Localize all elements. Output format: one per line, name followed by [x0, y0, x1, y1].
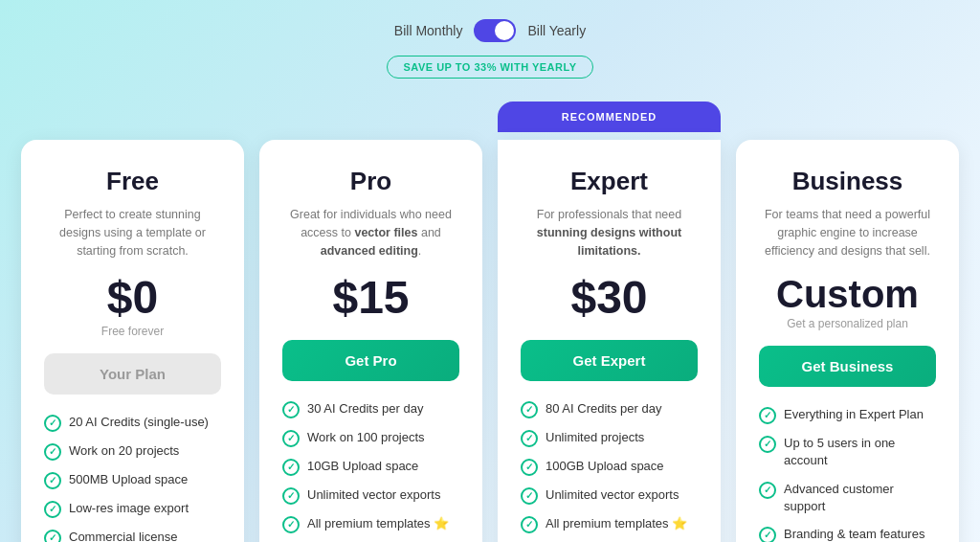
plan-price-note-business: Get a personalized plan: [759, 317, 936, 330]
feature-text: 20 AI Credits (single-use): [69, 414, 209, 431]
check-icon: [759, 436, 776, 453]
plan-button-free: Your Plan: [44, 353, 221, 395]
check-icon: [44, 443, 61, 461]
feature-item: Up to 5 users in one account: [759, 435, 936, 469]
plan-name-expert: Expert: [521, 167, 698, 196]
feature-item: All premium templates ⭐: [282, 515, 459, 533]
features-list-pro: 30 AI Credits per dayWork on 100 project…: [282, 400, 459, 542]
billing-toggle-switch[interactable]: [474, 19, 516, 42]
check-icon: [282, 459, 300, 476]
plan-desc-expert: For professionals that need stunning des…: [521, 206, 698, 260]
check-icon: [521, 487, 538, 505]
feature-text: Up to 5 users in one account: [784, 435, 936, 469]
check-icon: [759, 527, 776, 542]
feature-text: Branding & team features: [784, 526, 924, 542]
feature-item: Branding & team features: [759, 526, 936, 542]
feature-text: Unlimited projects: [546, 429, 644, 446]
feature-text: Work on 100 projects: [307, 429, 425, 446]
feature-item: 500MB Upload space: [44, 471, 221, 489]
feature-text: 500MB Upload space: [69, 471, 188, 488]
plan-button-business[interactable]: Get Business: [759, 346, 936, 387]
feature-text: Advanced customer support: [784, 481, 936, 515]
feature-text: Unlimited vector exports: [546, 486, 679, 504]
plan-card-free: FreePerfect to create stunning designs u…: [21, 140, 244, 542]
plan-price-note-free: Free forever: [44, 325, 221, 338]
check-icon: [44, 501, 61, 518]
feature-item: Low-res image export: [44, 500, 221, 518]
check-icon: [282, 487, 300, 505]
feature-text: All premium templates ⭐: [307, 515, 449, 532]
plan-wrapper-business: BusinessFor teams that need a powerful g…: [736, 140, 959, 542]
plan-wrapper-pro: ProGreat for individuals who need access…: [259, 140, 482, 542]
feature-item: Unlimited vector exports: [282, 486, 459, 505]
feature-item: Unlimited projects: [521, 429, 698, 447]
plan-desc-business: For teams that need a powerful graphic e…: [759, 206, 936, 260]
check-icon: [282, 401, 300, 418]
plan-price-business: Custom: [759, 275, 936, 313]
check-icon: [759, 482, 776, 499]
check-icon: [44, 415, 61, 432]
check-icon: [44, 472, 61, 489]
feature-text: 10GB Upload space: [307, 458, 418, 475]
check-icon: [521, 459, 538, 476]
feature-text: Everything in Expert Plan: [784, 406, 924, 423]
feature-text: All premium templates ⭐: [546, 515, 687, 532]
feature-item: Advanced customer support: [759, 481, 936, 515]
plan-name-business: Business: [759, 167, 936, 196]
recommended-badge: RECOMMENDED: [498, 102, 721, 132]
check-icon: [759, 407, 776, 424]
check-icon: [521, 516, 538, 533]
check-icon: [521, 430, 538, 447]
plans-container: FreePerfect to create stunning designs u…: [21, 102, 959, 542]
feature-item: Work on 100 projects: [282, 429, 459, 447]
features-list-expert: 80 AI Credits per dayUnlimited projects1…: [521, 400, 698, 542]
check-icon: [521, 401, 538, 418]
feature-text: Unlimited vector exports: [307, 486, 440, 504]
plan-name-free: Free: [44, 167, 221, 196]
feature-item: 20 AI Credits (single-use): [44, 414, 221, 432]
plan-card-pro: ProGreat for individuals who need access…: [259, 140, 482, 542]
plan-wrapper-expert: RECOMMENDEDExpertFor professionals that …: [498, 140, 721, 542]
feature-item: 100GB Upload space: [521, 458, 698, 476]
features-list-free: 20 AI Credits (single-use)Work on 20 pro…: [44, 414, 221, 542]
plan-button-pro[interactable]: Get Pro: [282, 340, 459, 381]
check-icon: [282, 430, 300, 447]
feature-text: Work on 20 projects: [69, 442, 179, 460]
feature-item: All premium templates ⭐: [521, 515, 698, 533]
plan-desc-pro: Great for individuals who need access to…: [282, 206, 459, 260]
feature-text: 30 AI Credits per day: [307, 400, 423, 418]
plan-name-pro: Pro: [282, 167, 459, 196]
feature-text: Commercial license (requires attribution…: [69, 529, 221, 542]
feature-text: Low-res image export: [69, 500, 189, 517]
feature-item: 80 AI Credits per day: [521, 400, 698, 418]
plan-wrapper-free: FreePerfect to create stunning designs u…: [21, 140, 244, 542]
plan-card-expert: ExpertFor professionals that need stunni…: [498, 140, 721, 542]
feature-text: 100GB Upload space: [546, 458, 664, 475]
billing-toggle: Bill Monthly Bill Yearly: [394, 19, 586, 42]
feature-item: Work on 20 projects: [44, 442, 221, 461]
yearly-label: Bill Yearly: [527, 23, 586, 38]
features-list-business: Everything in Expert PlanUp to 5 users i…: [759, 406, 936, 542]
plan-desc-free: Perfect to create stunning designs using…: [44, 206, 221, 260]
feature-text: 80 AI Credits per day: [546, 400, 661, 418]
feature-item: 10GB Upload space: [282, 458, 459, 476]
toggle-thumb: [495, 21, 514, 40]
feature-item: 30 AI Credits per day: [282, 400, 459, 418]
plan-price-free: $0: [44, 275, 221, 321]
savings-badge[interactable]: SAVE UP TO 33% WITH YEARLY: [387, 56, 592, 79]
feature-item: Everything in Expert Plan: [759, 406, 936, 424]
feature-item: Commercial license (requires attribution…: [44, 529, 221, 542]
check-icon: [282, 516, 300, 533]
plan-button-expert[interactable]: Get Expert: [521, 340, 698, 381]
feature-item: Unlimited vector exports: [521, 486, 698, 505]
plan-price-pro: $15: [282, 275, 459, 321]
plan-card-business: BusinessFor teams that need a powerful g…: [736, 140, 959, 542]
monthly-label: Bill Monthly: [394, 23, 463, 38]
check-icon: [44, 530, 61, 542]
plan-price-expert: $30: [521, 275, 698, 321]
